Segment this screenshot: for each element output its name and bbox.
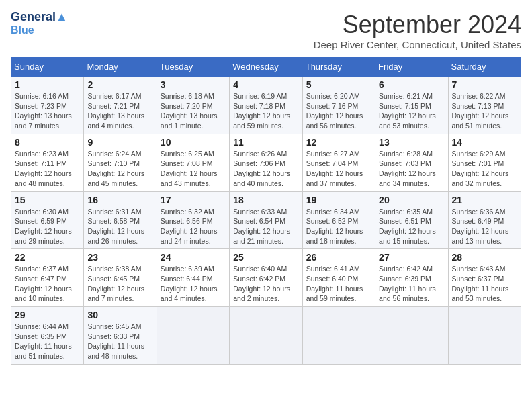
day-cell-28: 28Sunrise: 6:43 AMSunset: 6:37 PMDayligh… — [448, 249, 521, 307]
day-info: Sunrise: 6:17 AMSunset: 7:21 PMDaylight:… — [87, 91, 152, 131]
day-cell-5: 5Sunrise: 6:20 AMSunset: 7:16 PMDaylight… — [302, 77, 375, 134]
day-info: Sunrise: 6:24 AMSunset: 7:10 PMDaylight:… — [87, 149, 152, 189]
day-number: 9 — [87, 137, 152, 148]
day-number: 22 — [15, 252, 80, 263]
day-info: Sunrise: 6:21 AMSunset: 7:15 PMDaylight:… — [379, 91, 444, 131]
logo-blue: Blue — [11, 24, 68, 36]
day-cell-24: 24Sunrise: 6:39 AMSunset: 6:44 PMDayligh… — [157, 249, 229, 307]
location-title: Deep River Center, Connecticut, United S… — [314, 39, 521, 50]
day-cell-19: 19Sunrise: 6:34 AMSunset: 6:52 PMDayligh… — [302, 191, 375, 249]
day-cell-30: 30Sunrise: 6:45 AMSunset: 6:33 PMDayligh… — [84, 307, 157, 365]
day-cell-4: 4Sunrise: 6:19 AMSunset: 7:18 PMDaylight… — [230, 77, 302, 134]
day-number: 14 — [452, 137, 517, 148]
day-number: 28 — [452, 252, 517, 263]
weekday-wednesday: Wednesday — [230, 58, 302, 77]
day-number: 21 — [452, 195, 517, 205]
day-cell-10: 10Sunrise: 6:25 AMSunset: 7:08 PMDayligh… — [157, 134, 229, 191]
empty-cell — [302, 307, 375, 365]
day-info: Sunrise: 6:34 AMSunset: 6:52 PMDaylight:… — [306, 207, 371, 246]
week-row-2: 8Sunrise: 6:23 AMSunset: 7:11 PMDaylight… — [11, 134, 521, 191]
day-info: Sunrise: 6:37 AMSunset: 6:47 PMDaylight:… — [15, 264, 80, 304]
weekday-sunday: Sunday — [11, 58, 84, 77]
day-info: Sunrise: 6:38 AMSunset: 6:45 PMDaylight:… — [87, 264, 152, 304]
calendar-table: SundayMondayTuesdayWednesdayThursdayFrid… — [11, 57, 521, 365]
weekday-tuesday: Tuesday — [157, 58, 229, 77]
day-info: Sunrise: 6:16 AMSunset: 7:23 PMDaylight:… — [15, 91, 80, 131]
day-cell-11: 11Sunrise: 6:26 AMSunset: 7:06 PMDayligh… — [230, 134, 302, 191]
day-number: 11 — [233, 137, 298, 148]
day-number: 30 — [87, 310, 152, 320]
day-number: 19 — [306, 195, 371, 205]
day-info: Sunrise: 6:25 AMSunset: 7:08 PMDaylight:… — [161, 149, 226, 189]
day-info: Sunrise: 6:26 AMSunset: 7:06 PMDaylight:… — [233, 149, 298, 189]
day-number: 10 — [161, 137, 226, 148]
day-cell-13: 13Sunrise: 6:28 AMSunset: 7:03 PMDayligh… — [375, 134, 448, 191]
day-info: Sunrise: 6:44 AMSunset: 6:35 PMDaylight:… — [15, 322, 80, 361]
week-row-4: 22Sunrise: 6:37 AMSunset: 6:47 PMDayligh… — [11, 249, 521, 307]
weekday-header-row: SundayMondayTuesdayWednesdayThursdayFrid… — [11, 58, 521, 77]
day-cell-21: 21Sunrise: 6:36 AMSunset: 6:49 PMDayligh… — [448, 191, 521, 249]
day-number: 23 — [87, 252, 152, 263]
day-number: 4 — [233, 79, 298, 90]
week-row-1: 1Sunrise: 6:16 AMSunset: 7:23 PMDaylight… — [11, 77, 521, 134]
day-cell-17: 17Sunrise: 6:32 AMSunset: 6:56 PMDayligh… — [157, 191, 229, 249]
day-info: Sunrise: 6:19 AMSunset: 7:18 PMDaylight:… — [233, 91, 298, 131]
logo: General▲ Blue — [11, 11, 68, 36]
day-cell-16: 16Sunrise: 6:31 AMSunset: 6:58 PMDayligh… — [84, 191, 157, 249]
day-number: 15 — [15, 195, 80, 205]
day-info: Sunrise: 6:29 AMSunset: 7:01 PMDaylight:… — [452, 149, 517, 189]
day-info: Sunrise: 6:36 AMSunset: 6:49 PMDaylight:… — [452, 207, 517, 246]
day-info: Sunrise: 6:39 AMSunset: 6:44 PMDaylight:… — [161, 264, 226, 304]
day-info: Sunrise: 6:45 AMSunset: 6:33 PMDaylight:… — [87, 322, 152, 361]
day-cell-3: 3Sunrise: 6:18 AMSunset: 7:20 PMDaylight… — [157, 77, 229, 134]
day-number: 27 — [379, 252, 444, 263]
day-info: Sunrise: 6:20 AMSunset: 7:16 PMDaylight:… — [306, 91, 371, 131]
day-number: 3 — [161, 79, 226, 90]
day-cell-8: 8Sunrise: 6:23 AMSunset: 7:11 PMDaylight… — [11, 134, 84, 191]
day-info: Sunrise: 6:30 AMSunset: 6:59 PMDaylight:… — [15, 207, 80, 246]
day-number: 12 — [306, 137, 371, 148]
day-info: Sunrise: 6:18 AMSunset: 7:20 PMDaylight:… — [161, 91, 226, 131]
logo-text: General▲ — [11, 11, 68, 24]
week-row-5: 29Sunrise: 6:44 AMSunset: 6:35 PMDayligh… — [11, 307, 521, 365]
empty-cell — [157, 307, 229, 365]
day-info: Sunrise: 6:40 AMSunset: 6:42 PMDaylight:… — [233, 264, 298, 304]
empty-cell — [448, 307, 521, 365]
day-cell-2: 2Sunrise: 6:17 AMSunset: 7:21 PMDaylight… — [84, 77, 157, 134]
day-number: 17 — [161, 195, 226, 205]
day-number: 8 — [15, 137, 80, 148]
day-cell-25: 25Sunrise: 6:40 AMSunset: 6:42 PMDayligh… — [230, 249, 302, 307]
day-info: Sunrise: 6:22 AMSunset: 7:13 PMDaylight:… — [452, 91, 517, 131]
day-info: Sunrise: 6:33 AMSunset: 6:54 PMDaylight:… — [233, 207, 298, 246]
day-cell-1: 1Sunrise: 6:16 AMSunset: 7:23 PMDaylight… — [11, 77, 84, 134]
month-title: September 2024 — [314, 11, 521, 39]
day-info: Sunrise: 6:32 AMSunset: 6:56 PMDaylight:… — [161, 207, 226, 246]
title-area: September 2024 Deep River Center, Connec… — [314, 11, 521, 50]
day-info: Sunrise: 6:43 AMSunset: 6:37 PMDaylight:… — [452, 264, 517, 304]
week-row-3: 15Sunrise: 6:30 AMSunset: 6:59 PMDayligh… — [11, 191, 521, 249]
weekday-saturday: Saturday — [448, 58, 521, 77]
day-number: 26 — [306, 252, 371, 263]
day-info: Sunrise: 6:41 AMSunset: 6:40 PMDaylight:… — [306, 264, 371, 304]
day-number: 29 — [15, 310, 80, 320]
day-number: 16 — [87, 195, 152, 205]
day-info: Sunrise: 6:28 AMSunset: 7:03 PMDaylight:… — [379, 149, 444, 189]
day-cell-14: 14Sunrise: 6:29 AMSunset: 7:01 PMDayligh… — [448, 134, 521, 191]
day-number: 20 — [379, 195, 444, 205]
day-cell-9: 9Sunrise: 6:24 AMSunset: 7:10 PMDaylight… — [84, 134, 157, 191]
weekday-monday: Monday — [84, 58, 157, 77]
day-info: Sunrise: 6:31 AMSunset: 6:58 PMDaylight:… — [87, 207, 152, 246]
day-number: 7 — [452, 79, 517, 90]
day-cell-18: 18Sunrise: 6:33 AMSunset: 6:54 PMDayligh… — [230, 191, 302, 249]
day-info: Sunrise: 6:35 AMSunset: 6:51 PMDaylight:… — [379, 207, 444, 246]
day-number: 1 — [15, 79, 80, 90]
day-number: 13 — [379, 137, 444, 148]
day-cell-26: 26Sunrise: 6:41 AMSunset: 6:40 PMDayligh… — [302, 249, 375, 307]
day-number: 5 — [306, 79, 371, 90]
day-cell-6: 6Sunrise: 6:21 AMSunset: 7:15 PMDaylight… — [375, 77, 448, 134]
day-number: 2 — [87, 79, 152, 90]
day-cell-27: 27Sunrise: 6:42 AMSunset: 6:39 PMDayligh… — [375, 249, 448, 307]
day-cell-23: 23Sunrise: 6:38 AMSunset: 6:45 PMDayligh… — [84, 249, 157, 307]
day-cell-7: 7Sunrise: 6:22 AMSunset: 7:13 PMDaylight… — [448, 77, 521, 134]
day-number: 24 — [161, 252, 226, 263]
